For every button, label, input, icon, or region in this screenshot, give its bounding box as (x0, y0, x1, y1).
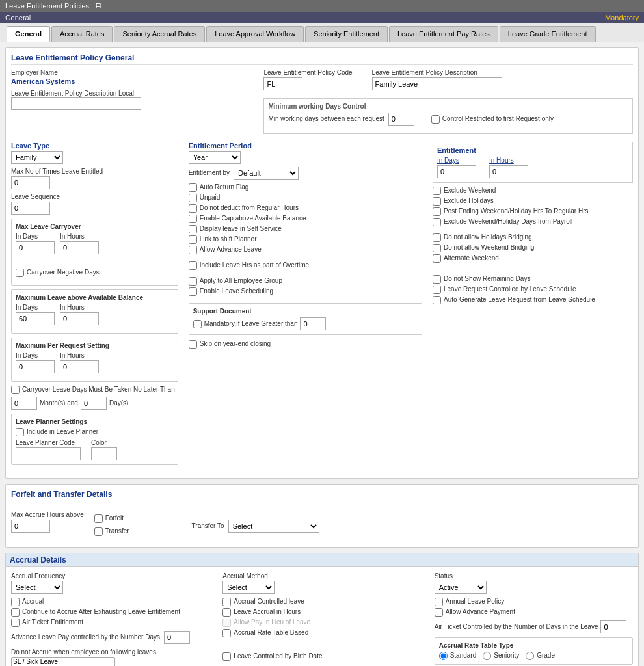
max-accrue-input[interactable] (11, 520, 50, 533)
leave-request-controlled-checkbox[interactable] (433, 286, 441, 294)
general-section: Leave Entitlement Policy General Employe… (5, 47, 639, 479)
link-shift-checkbox[interactable] (189, 235, 197, 244)
mandatory-label: Mandatory (605, 14, 639, 21)
air-ticket-checkbox[interactable] (11, 619, 20, 627)
carryover-days-input[interactable] (16, 241, 55, 254)
transfer-to-label: Transfer To (192, 522, 224, 529)
no-weekend-bridging-checkbox[interactable] (433, 244, 441, 252)
carryover-leave-val1[interactable] (11, 397, 37, 410)
accrual-rate-based-row: Accrual Rate Table Based (222, 629, 421, 637)
leave-type-select[interactable]: Family (11, 151, 63, 164)
accrual-rate-based-checkbox[interactable] (222, 629, 231, 637)
post-ending-checkbox[interactable] (433, 207, 441, 216)
control-restricted-checkbox[interactable] (431, 115, 440, 124)
seniority-radio[interactable] (483, 652, 491, 660)
employer-name-label: Employer Name (11, 69, 257, 76)
accrual-right: Status Active Inactive Annual Leave Poli… (435, 572, 633, 666)
carryover-leave-val2[interactable] (81, 397, 107, 410)
tab-accrual-rates[interactable]: Accrual Rates (51, 26, 113, 42)
status-select[interactable]: Active Inactive (435, 581, 487, 594)
ent-days-input[interactable] (437, 165, 476, 178)
no-deduct-checkbox[interactable] (189, 204, 197, 213)
tab-grade-entitlement[interactable]: Leave Grade Entitlement (500, 26, 596, 42)
accrual-checkbox[interactable] (11, 598, 20, 606)
apply-all-checkbox[interactable] (189, 277, 197, 286)
carryover-leave-checkbox[interactable] (11, 386, 20, 394)
entitlement-title: Entitlement (437, 146, 628, 154)
leave-seq-input[interactable] (11, 202, 50, 215)
tab-seniority-entitlement[interactable]: Seniority Entitlement (305, 26, 388, 42)
grade-radio[interactable] (526, 652, 534, 660)
ent-hours-input[interactable] (489, 165, 528, 178)
exclude-weekend-checkbox[interactable] (433, 187, 441, 195)
support-mandatory-input[interactable] (300, 317, 326, 330)
enable-scheduling-checkbox[interactable] (189, 287, 197, 296)
mid-panel: Entitlement Period Year Month Quarter En… (189, 142, 422, 349)
tab-leave-approval[interactable]: Leave Approval Workflow (206, 26, 304, 42)
transfer-checkbox[interactable] (94, 527, 103, 536)
max-per-request-box: Maximum Per Request Setting In Days In H… (11, 338, 178, 382)
carryover-neg-checkbox[interactable] (16, 269, 24, 277)
carryover-hours-input[interactable] (60, 241, 99, 254)
allow-advance-payment-checkbox[interactable] (435, 608, 443, 617)
no-weekend-bridging-label: Do not allow Weekend Bridging (444, 244, 534, 251)
leave-controlled-checkbox[interactable] (222, 652, 231, 661)
advance-leave-input[interactable] (164, 631, 190, 644)
exclude-holidays-checkbox[interactable] (433, 197, 441, 206)
min-working-input[interactable] (388, 113, 414, 126)
exclude-weekend-payroll-checkbox[interactable] (433, 218, 441, 226)
accrual-rate-based-label: Accrual Rate Table Based (234, 629, 308, 636)
air-ticket-days-input[interactable] (600, 620, 626, 633)
no-show-remaining-checkbox[interactable] (433, 275, 441, 284)
entitlement-period-select[interactable]: Year Month Quarter (189, 151, 241, 164)
tab-pay-rates[interactable]: Leave Entitlement Pay Rates (389, 26, 498, 42)
transfer-to-select[interactable]: Select (228, 520, 319, 533)
leave-seq-label: Leave Sequence (11, 193, 178, 200)
alternate-weekend-checkbox[interactable] (433, 254, 441, 263)
tab-general[interactable]: General (7, 26, 50, 42)
auto-generate-checkbox[interactable] (433, 296, 441, 304)
leave-listbox[interactable]: SL / Sick Leave EL / Emergency Leave 3 /… (11, 657, 115, 666)
enable-cap-checkbox[interactable] (189, 215, 197, 223)
planner-code-input[interactable] (16, 447, 81, 460)
link-shift-label: Link to shift Planner (200, 235, 257, 243)
accrual-controlled-checkbox[interactable] (222, 598, 231, 606)
allow-advance-checkbox[interactable] (189, 246, 197, 254)
forfeit-check-row: Forfeit (94, 514, 129, 523)
continue-accrue-row: Continue to Accrue After Exhausting Leav… (11, 608, 209, 617)
forfeit-checkbox[interactable] (94, 514, 103, 523)
policy-desc-input[interactable] (372, 77, 502, 90)
color-input[interactable] (91, 447, 117, 460)
accrual-method-select[interactable]: Select (222, 581, 275, 594)
policy-code-input[interactable] (263, 77, 302, 90)
max-above-days-input[interactable] (16, 312, 55, 325)
transfer-to-row: Transfer To Select (192, 520, 319, 533)
no-holiday-bridging-checkbox[interactable] (433, 233, 441, 242)
continue-accrue-checkbox[interactable] (11, 608, 20, 617)
max-above-hours-input[interactable] (60, 312, 99, 325)
auto-return-checkbox[interactable] (189, 183, 197, 192)
accrual-top-row: Accrual Frequency Select Accrual Continu… (11, 572, 633, 666)
policy-desc-local-input[interactable] (11, 97, 141, 110)
max-times-input[interactable] (11, 176, 50, 189)
standard-radio[interactable] (439, 652, 448, 660)
display-self-checkbox[interactable] (189, 225, 197, 233)
allow-pay-lieu-checkbox[interactable] (222, 619, 231, 627)
annual-leave-policy-checkbox[interactable] (435, 598, 443, 606)
tab-seniority-accrual[interactable]: Seniority Accrual Rates (114, 26, 205, 42)
unpaid-checkbox[interactable] (189, 194, 197, 202)
max-per-days-input[interactable] (16, 360, 55, 373)
allow-pay-lieu-row: Allow Pay In Lieu of Leave (222, 619, 421, 627)
leave-accrual-hours-checkbox[interactable] (222, 608, 231, 617)
accrual-rate-table-title: Accrual Rate Table Type (439, 642, 628, 649)
leave-controlled-label: Leave Controlled by Birth Date (234, 652, 322, 659)
max-per-hours-input[interactable] (60, 360, 99, 373)
support-mandatory-checkbox[interactable] (193, 320, 202, 328)
accrual-freq-select[interactable]: Select (11, 581, 63, 594)
skip-year-checkbox[interactable] (189, 340, 197, 349)
no-holiday-bridging-row: Do not allow Holidays Bridging (433, 233, 633, 242)
left-panel: Leave Type Family Max No of Times Leave … (11, 142, 178, 469)
entitlement-by-select[interactable]: Default (234, 166, 299, 180)
include-planner-checkbox[interactable] (16, 428, 24, 436)
include-hrs-checkbox[interactable] (189, 261, 197, 270)
